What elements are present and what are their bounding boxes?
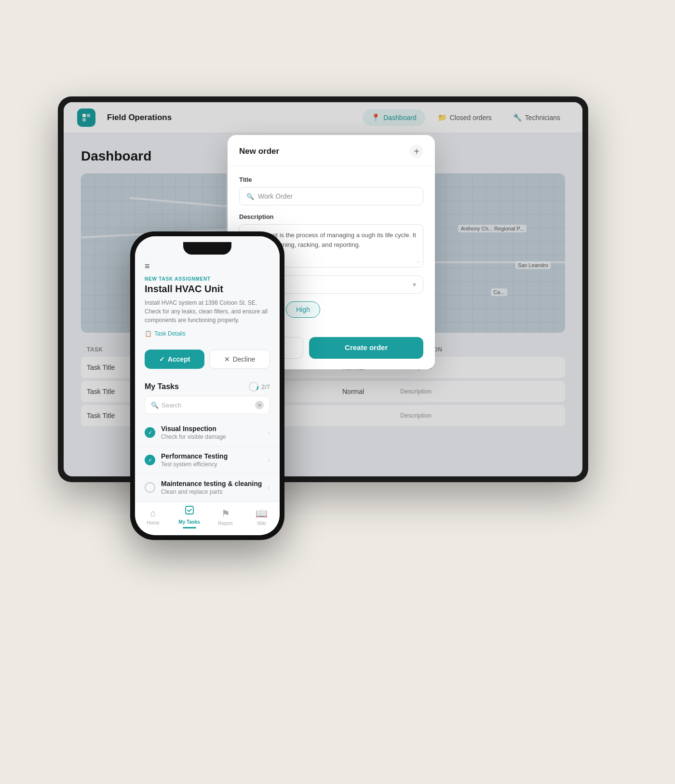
modal-header: New order + <box>228 135 435 166</box>
phone-actions: ✓ Accept ✕ Decline <box>135 343 280 376</box>
x-icon: ✕ <box>224 355 230 363</box>
checkmark-icon: ✓ <box>159 355 165 363</box>
report-icon: ⚑ <box>221 508 230 519</box>
search-clear-button[interactable]: ✕ <box>255 401 264 409</box>
modal-close-button[interactable]: + <box>410 145 423 158</box>
my-tasks-header: My Tasks 2/7 <box>135 376 280 396</box>
chevron-right-icon: › <box>268 484 270 491</box>
decline-button[interactable]: ✕ Decline <box>209 350 270 369</box>
resize-handle: ⌟ <box>417 257 419 265</box>
task-badge: NEW TASK ASSIGNMENT <box>145 276 270 282</box>
task-item-visual-inspection[interactable]: ✓ Visual Inspection Check for visible da… <box>135 419 280 446</box>
my-tasks-progress: 2/7 <box>248 381 270 392</box>
task-item-maintenance[interactable]: Maintenance testing & cleaning Clean and… <box>135 474 280 501</box>
task-item-performance-testing[interactable]: ✓ Performance Testing Test system effici… <box>135 446 280 474</box>
accept-button[interactable]: ✓ Accept <box>145 350 204 369</box>
clipboard-icon: 📋 <box>145 330 152 337</box>
priority-high-chip[interactable]: High <box>286 301 320 318</box>
chevron-right-icon: › <box>268 429 270 436</box>
task-title: Install HVAC Unit <box>145 284 270 295</box>
tasks-icon <box>184 505 195 518</box>
search-icon: 🔍 <box>246 193 254 200</box>
task-description: Install HVAC system at 1398 Colson St. S… <box>145 298 270 324</box>
task-done-icon: ✓ <box>145 427 155 438</box>
svg-rect-5 <box>186 506 193 514</box>
home-icon: ⌂ <box>150 508 156 519</box>
title-label: Title <box>239 176 423 183</box>
search-bar[interactable]: 🔍 Search ✕ <box>145 396 270 414</box>
task-details-link[interactable]: 📋 Task Details <box>145 330 270 337</box>
task-item-text: Performance Testing Test system efficien… <box>161 452 262 468</box>
task-item-text: Visual Inspection Check for visible dama… <box>161 425 262 440</box>
phone-notch <box>183 242 231 255</box>
create-order-button[interactable]: Create order <box>309 337 423 359</box>
active-tab-indicator <box>183 527 196 528</box>
chevron-down-icon: ▾ <box>413 281 416 288</box>
task-empty-icon <box>145 482 155 493</box>
wiki-icon: 📖 <box>256 508 268 519</box>
search-icon: 🔍 <box>151 402 159 409</box>
nav-my-tasks[interactable]: My Tasks <box>171 505 207 528</box>
phone-header: ≡ NEW TASK ASSIGNMENT Install HVAC Unit … <box>135 261 280 343</box>
nav-home[interactable]: ⌂ Home <box>135 508 171 526</box>
phone-frame: ≡ NEW TASK ASSIGNMENT Install HVAC Unit … <box>130 231 284 540</box>
nav-report[interactable]: ⚑ Report <box>207 508 243 526</box>
progress-circle-icon <box>248 381 259 392</box>
description-label: Description <box>239 213 423 220</box>
modal-title: New order <box>239 147 279 156</box>
chevron-right-icon: › <box>268 456 270 464</box>
phone-screen: ≡ NEW TASK ASSIGNMENT Install HVAC Unit … <box>135 236 280 535</box>
my-tasks-title: My Tasks <box>145 382 179 391</box>
title-input[interactable]: 🔍 Work Order <box>239 187 423 205</box>
task-done-icon: ✓ <box>145 455 155 465</box>
menu-icon[interactable]: ≡ <box>145 261 270 271</box>
phone-bottom-nav: ⌂ Home My Tasks ⚑ Report 📖 Wiki <box>135 501 280 535</box>
nav-wiki[interactable]: 📖 Wiki <box>243 508 280 526</box>
task-item-text: Maintenance testing & cleaning Clean and… <box>161 480 262 495</box>
